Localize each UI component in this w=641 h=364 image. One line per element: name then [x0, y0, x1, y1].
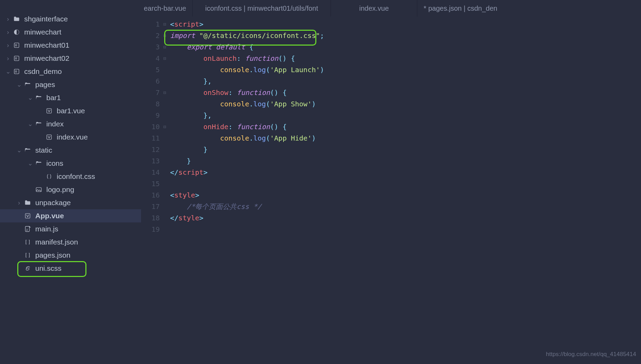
tree-item[interactable]: ⌄csdn_demo	[0, 65, 141, 78]
tab-item[interactable]: iconfont.css | minwechart01/utils/font	[192, 0, 331, 17]
watermark: https://blog.csdn.net/qq_41485414	[546, 351, 636, 358]
line-number: 9	[141, 110, 160, 121]
tree-item[interactable]: ⌄static	[0, 144, 141, 157]
vue-icon	[24, 212, 32, 220]
line-number: 11	[141, 133, 160, 144]
fold-toggle[interactable]: ⊟	[163, 30, 170, 41]
folder-open-icon	[24, 80, 32, 89]
tree-item-label: minwechart01	[24, 41, 69, 49]
tree-item[interactable]: ›logo.png	[0, 183, 141, 196]
disclosure-chevron[interactable]: ⌄	[5, 68, 11, 75]
line-number: 19	[141, 224, 160, 235]
tree-item[interactable]: ›App.vue	[0, 209, 141, 222]
folder-open-icon	[35, 159, 43, 167]
tree-item[interactable]: ›iconfont.css	[0, 170, 141, 183]
tree-item-label: csdn_demo	[24, 67, 62, 76]
circle-icon	[12, 28, 21, 36]
disclosure-chevron[interactable]: ⌄	[27, 120, 33, 128]
fold-toggle[interactable]: ⊟	[163, 121, 170, 133]
tree-item[interactable]: ⌄icons	[0, 157, 141, 170]
line-number: 17	[141, 201, 160, 212]
disclosure-chevron[interactable]: ⌄	[16, 146, 22, 154]
disclosure-chevron[interactable]: ⌄	[27, 160, 33, 167]
line-number: 1	[141, 19, 160, 30]
tree-item-label: bar1.vue	[57, 107, 85, 115]
tab-item[interactable]: index.vue	[331, 0, 417, 17]
tree-item-label: uni.scss	[35, 264, 62, 272]
tree-item[interactable]: ›minwechart02	[0, 52, 141, 65]
fold-toggle[interactable]: ⊟	[163, 19, 170, 30]
code-editor[interactable]: 12345678910111213141516171819 ⊟⊟⊟⊟⊟⊟ <sc…	[141, 17, 641, 364]
vue-icon	[45, 107, 53, 115]
disclosure-chevron[interactable]: ›	[5, 55, 11, 62]
fold-toggle	[163, 190, 170, 201]
line-number: 6	[141, 76, 160, 87]
tree-item[interactable]: ›shgainterface	[0, 12, 141, 26]
tree-item-label: App.vue	[35, 212, 64, 220]
line-number: 13	[141, 155, 160, 167]
fold-toggle[interactable]: ⊟	[163, 87, 170, 98]
disclosure-chevron[interactable]: ›	[16, 199, 22, 207]
fold-toggle	[163, 224, 170, 235]
fold-toggle	[163, 201, 170, 212]
tree-item-label: bar1	[46, 94, 61, 102]
fold-toggle	[163, 178, 170, 190]
file-explorer: ›shgainterface›minwechart›minwechart01›m…	[0, 0, 141, 364]
tree-item[interactable]: ›uni.scss	[0, 262, 141, 275]
fold-markers[interactable]: ⊟⊟⊟⊟⊟⊟	[163, 19, 170, 364]
disclosure-chevron[interactable]: ›	[5, 29, 11, 36]
tree-item-label: pages.json	[35, 251, 71, 259]
line-number: 10	[141, 121, 160, 133]
tree-item-label: minwechart	[24, 28, 61, 36]
tree-item[interactable]: ›manifest.json	[0, 236, 141, 249]
tree-item[interactable]: ›minwechart	[0, 26, 141, 39]
tree-item[interactable]: ›unpackage	[0, 196, 141, 209]
line-numbers: 12345678910111213141516171819	[141, 19, 163, 364]
fold-toggle	[163, 167, 170, 178]
fold-toggle[interactable]: ⊟	[163, 53, 170, 64]
vue-icon	[45, 133, 53, 141]
editor-pane: earch-bar.vue iconfont.css | minwechart0…	[141, 0, 641, 364]
css-icon	[45, 172, 53, 181]
disclosure-chevron[interactable]: ›	[5, 16, 11, 23]
editor-tabs: earch-bar.vue iconfont.css | minwechart0…	[141, 0, 641, 17]
fold-toggle	[163, 98, 170, 110]
tree-item[interactable]: ›index.vue	[0, 131, 141, 144]
tree-item-label: iconfont.css	[57, 172, 95, 181]
tree-item-label: unpackage	[35, 199, 71, 207]
line-number: 7	[141, 87, 160, 98]
disclosure-chevron[interactable]: ⌄	[27, 94, 33, 102]
box-icon	[12, 54, 21, 63]
line-number: 18	[141, 212, 160, 224]
tree-item[interactable]: ›main.js	[0, 222, 141, 236]
disclosure-chevron[interactable]: ⌄	[16, 81, 22, 88]
tab-item[interactable]: earch-bar.vue	[141, 0, 192, 17]
line-number: 4	[141, 53, 160, 64]
tree-item-label: index	[46, 120, 64, 128]
line-number: 14	[141, 167, 160, 178]
tree-item-label: static	[35, 146, 52, 154]
fold-toggle	[163, 212, 170, 224]
fold-toggle	[163, 64, 170, 76]
folder-open-icon	[24, 146, 32, 154]
disclosure-chevron[interactable]: ›	[5, 42, 11, 49]
tree-item[interactable]: ›pages.json	[0, 249, 141, 262]
folder-open-icon	[35, 94, 43, 102]
tree-item-label: index.vue	[57, 133, 88, 141]
line-number: 3	[141, 41, 160, 53]
folder-icon	[12, 15, 21, 23]
line-number: 16	[141, 190, 160, 201]
tab-item[interactable]: * pages.json | csdn_den	[417, 0, 503, 17]
tree-item-label: pages	[35, 80, 55, 89]
line-number: 5	[141, 64, 160, 76]
tree-item-label: manifest.json	[35, 238, 78, 246]
tree-item[interactable]: ⌄bar1	[0, 91, 141, 104]
fold-toggle	[163, 76, 170, 87]
tree-item[interactable]: ›bar1.vue	[0, 104, 141, 117]
folder-open-icon	[35, 120, 43, 128]
fold-toggle[interactable]: ⊟	[163, 41, 170, 53]
code-lines[interactable]: <script> import "@/static/icons/iconfont…	[170, 19, 641, 364]
tree-item[interactable]: ⌄index	[0, 117, 141, 131]
tree-item[interactable]: ›minwechart01	[0, 39, 141, 52]
tree-item[interactable]: ⌄pages	[0, 78, 141, 91]
